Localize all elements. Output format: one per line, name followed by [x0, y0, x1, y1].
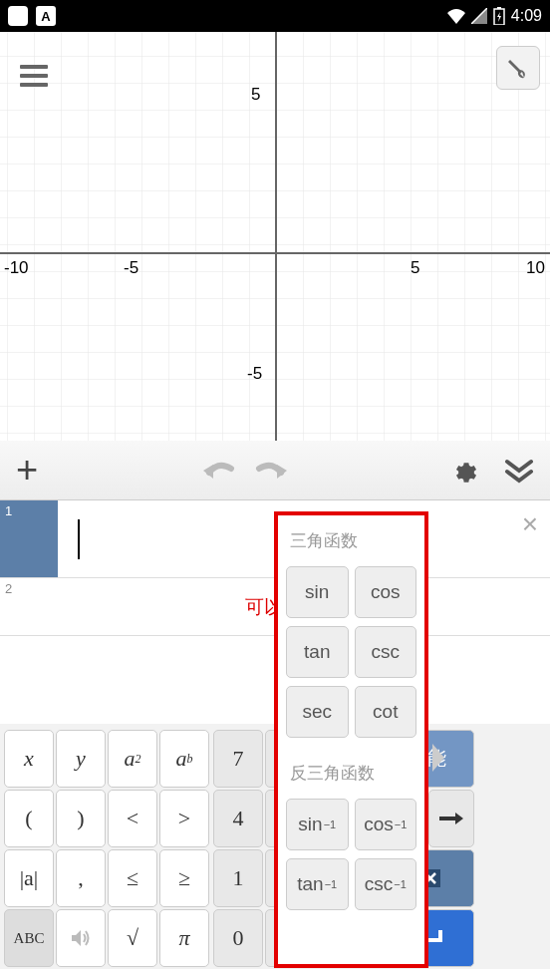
- toolbar: +: [0, 441, 550, 500]
- key-y[interactable]: y: [56, 730, 106, 788]
- wrench-button[interactable]: [496, 46, 540, 90]
- functions-popup: 三角函数 sin cos tan csc sec cot 反三角函数 sin−1…: [274, 511, 428, 968]
- key-0[interactable]: 0: [213, 909, 263, 967]
- svg-text:-5: -5: [124, 258, 138, 277]
- key-1[interactable]: 1: [213, 849, 263, 907]
- svg-text:5: 5: [251, 85, 260, 104]
- settings-button[interactable]: [452, 457, 480, 485]
- svg-text:5: 5: [411, 258, 419, 277]
- popup-section-trig: 三角函数: [286, 529, 416, 552]
- undo-button[interactable]: [201, 459, 235, 483]
- key-7[interactable]: 7: [213, 730, 263, 788]
- key-rparen[interactable]: ): [56, 790, 106, 847]
- delete-row-button[interactable]: ×: [522, 508, 538, 540]
- key-abs[interactable]: |a|: [4, 849, 54, 907]
- key-pi[interactable]: π: [159, 909, 209, 967]
- key-sin[interactable]: sin: [286, 566, 349, 618]
- key-cot[interactable]: cot: [355, 686, 417, 738]
- battery-icon: [493, 7, 505, 25]
- key-gt[interactable]: >: [159, 790, 209, 847]
- key-acsc[interactable]: csc−1: [355, 858, 417, 910]
- key-power[interactable]: ab: [159, 730, 209, 788]
- key-square[interactable]: a2: [108, 730, 157, 788]
- key-ge[interactable]: ≥: [159, 849, 209, 907]
- key-lparen[interactable]: (: [4, 790, 54, 847]
- key-x[interactable]: x: [4, 730, 54, 788]
- key-right[interactable]: [428, 790, 474, 847]
- graph-canvas[interactable]: -10 -5 5 10 5 -5: [0, 32, 550, 441]
- key-csc[interactable]: csc: [355, 626, 417, 678]
- key-acos[interactable]: cos−1: [355, 799, 417, 850]
- svg-text:-5: -5: [247, 364, 262, 383]
- menu-button[interactable]: [20, 60, 48, 92]
- svg-text:-10: -10: [4, 258, 29, 277]
- trig-grid: sin cos tan csc sec cot: [286, 566, 416, 738]
- key-atan[interactable]: tan−1: [286, 858, 349, 910]
- panel-arrow-icon: [432, 744, 444, 772]
- key-sqrt[interactable]: √: [108, 909, 157, 967]
- row-number: 1: [0, 500, 58, 577]
- status-bar: A 4:09: [0, 0, 550, 32]
- redo-button[interactable]: [255, 459, 289, 483]
- key-abc[interactable]: ABC: [4, 909, 54, 967]
- add-button[interactable]: +: [16, 449, 38, 491]
- grid-svg: -10 -5 5 10 5 -5: [0, 32, 550, 441]
- key-lt[interactable]: <: [108, 790, 157, 847]
- key-4[interactable]: 4: [213, 790, 263, 847]
- key-cos[interactable]: cos: [355, 566, 417, 618]
- collapse-button[interactable]: [504, 458, 534, 484]
- key-comma[interactable]: ,: [56, 849, 106, 907]
- key-le[interactable]: ≤: [108, 849, 157, 907]
- key-asin[interactable]: sin−1: [286, 799, 349, 850]
- key-sound[interactable]: [56, 909, 106, 967]
- svg-rect-2: [497, 7, 501, 9]
- row-number: 2: [0, 578, 53, 635]
- wifi-icon: [447, 8, 465, 24]
- wrench-icon: [506, 56, 530, 80]
- inv-grid: sin−1 cos−1 tan−1 csc−1: [286, 799, 416, 910]
- popup-section-inv: 反三角函数: [286, 762, 416, 785]
- key-tan[interactable]: tan: [286, 626, 349, 678]
- ime-indicator: A: [36, 6, 56, 26]
- signal-icon: [471, 8, 487, 24]
- clock: 4:09: [511, 7, 542, 25]
- key-sec[interactable]: sec: [286, 686, 349, 738]
- svg-text:10: 10: [526, 258, 545, 277]
- app-icon: [8, 6, 28, 26]
